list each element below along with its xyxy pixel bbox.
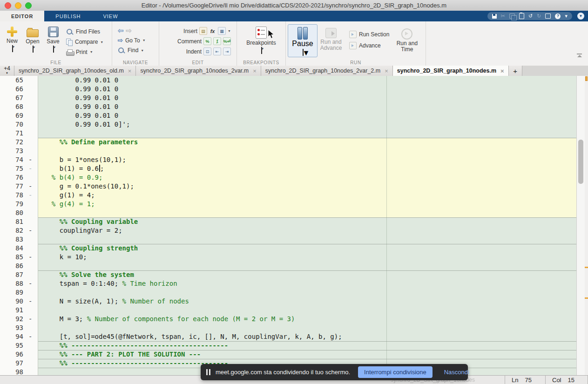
breakpoint-gutter[interactable]: [26, 350, 38, 359]
close-window-button[interactable]: [5, 2, 11, 9]
insert-image-icon[interactable]: ▦: [218, 27, 226, 35]
quick-access-dropdown-icon[interactable]: ▾: [565, 13, 568, 19]
save-button[interactable]: Save ▼: [43, 23, 63, 53]
collapse-ribbon-icon[interactable]: [576, 54, 582, 57]
breakpoint-gutter[interactable]: [26, 129, 38, 138]
breakpoint-gutter[interactable]: -: [26, 279, 38, 288]
code-line[interactable]: 95 %% ----------------------------------…: [0, 341, 577, 350]
breakpoint-gutter[interactable]: [26, 341, 38, 350]
code-line[interactable]: 65 0.99 0.01 0: [0, 76, 577, 85]
code-line[interactable]: 94- [t, sol]=ode45(@fNetwork, tspan, ic,…: [0, 332, 577, 341]
code-line[interactable]: 96 %% --- PART 2: PLOT THE SOLUTION ---: [0, 350, 577, 359]
code-line[interactable]: 70 0.99 0.01 0]';: [0, 120, 577, 129]
breakpoint-gutter[interactable]: -: [26, 332, 38, 341]
run-section-button[interactable]: Run Section: [349, 31, 389, 38]
close-tab-icon[interactable]: ×: [253, 68, 257, 74]
close-tab-icon[interactable]: ×: [128, 68, 132, 74]
breakpoint-gutter[interactable]: -: [26, 164, 38, 173]
scrollbar-thumb[interactable]: [578, 140, 583, 184]
code-line[interactable]: 68 0.99 0.01 0: [0, 102, 577, 111]
breakpoint-gutter[interactable]: [26, 76, 38, 85]
breakpoint-gutter[interactable]: [26, 209, 38, 217]
code-analyzer-indicator[interactable]: [585, 76, 588, 81]
smart-indent-icon[interactable]: ⊡: [203, 47, 211, 55]
code-editor[interactable]: 65 0.99 0.01 066 0.99 0.01 067 0.99 0.01…: [0, 76, 588, 376]
close-tab-icon[interactable]: ×: [500, 68, 504, 74]
new-tab-button[interactable]: +: [509, 66, 522, 76]
code-line[interactable]: 66 0.99 0.01 0: [0, 85, 577, 94]
breakpoint-gutter[interactable]: [26, 147, 38, 155]
breakpoint-gutter[interactable]: [26, 173, 38, 182]
save-icon[interactable]: [492, 14, 497, 19]
minimize-window-button[interactable]: [15, 2, 21, 9]
breakpoint-gutter[interactable]: -: [26, 182, 38, 191]
forward-icon[interactable]: ⇨: [126, 27, 132, 34]
breakpoint-gutter[interactable]: [26, 244, 38, 253]
insert-section-icon[interactable]: ▤: [199, 27, 207, 35]
indent-left-icon[interactable]: ⇤: [213, 47, 221, 55]
code-line[interactable]: 80: [0, 209, 577, 217]
find-button[interactable]: Find ▼: [118, 47, 146, 54]
insert-function-icon[interactable]: fx: [209, 27, 216, 34]
back-icon[interactable]: ⇦: [118, 27, 124, 34]
find-files-button[interactable]: Find Files: [66, 28, 103, 35]
breakpoint-gutter[interactable]: -: [26, 155, 38, 164]
tab-publish[interactable]: PUBLISH: [44, 11, 92, 21]
warning-marker[interactable]: [585, 297, 588, 299]
code-line[interactable]: 75- b(1) = 0.6;: [0, 164, 577, 173]
breakpoints-button[interactable]: Breakpoints ▼: [243, 23, 280, 54]
doc-tab[interactable]: synchro_2D_SIR_graph_10nodes.m×: [393, 66, 509, 76]
breakpoint-gutter[interactable]: [26, 138, 38, 147]
breakpoint-gutter[interactable]: -: [26, 315, 38, 323]
code-line[interactable]: 72 %% Define parameters: [0, 138, 577, 147]
new-button[interactable]: New ▼: [2, 23, 22, 52]
code-line[interactable]: 73: [0, 147, 577, 155]
breakpoint-gutter[interactable]: [26, 120, 38, 129]
doc-tab[interactable]: synchro_2D_SIR_graph_10nodes_old.m×: [14, 66, 136, 76]
breakpoint-gutter[interactable]: [26, 217, 38, 226]
breakpoint-gutter[interactable]: [26, 306, 38, 315]
code-line[interactable]: 81 %% Coupling variable: [0, 217, 577, 226]
cut-icon[interactable]: ✂: [501, 13, 505, 19]
run-and-time-button[interactable]: Run andTime: [394, 23, 420, 53]
print-button[interactable]: Print ▼: [66, 48, 103, 55]
undo-icon[interactable]: ↺: [528, 13, 533, 19]
breakpoint-gutter[interactable]: -: [26, 191, 38, 200]
hide-popup-button[interactable]: Nascondi: [444, 369, 469, 376]
code-line[interactable]: 91: [0, 306, 577, 315]
breakpoint-gutter[interactable]: [26, 368, 38, 376]
code-line[interactable]: 78- g(1) = 4;: [0, 191, 577, 200]
code-line[interactable]: 90- N = size(A, 1); % Number of nodes: [0, 297, 577, 306]
code-line[interactable]: 69 0.99 0.01 0: [0, 111, 577, 120]
breakpoint-gutter[interactable]: [26, 270, 38, 279]
code-line[interactable]: 85- k = 10;: [0, 253, 577, 262]
breakpoint-gutter[interactable]: [26, 323, 38, 332]
code-line[interactable]: 83: [0, 235, 577, 244]
breakpoint-gutter[interactable]: [26, 111, 38, 120]
breakpoint-gutter[interactable]: [26, 200, 38, 209]
breakpoint-gutter[interactable]: [26, 262, 38, 270]
advance-button[interactable]: Advance: [349, 42, 389, 49]
warning-marker[interactable]: [585, 267, 588, 268]
code-line[interactable]: 87 %% Solve the system: [0, 270, 577, 279]
doc-tab[interactable]: synchro_2D_SIR_graph_10nodes_2var_2.m×: [261, 66, 393, 76]
run-and-advance-button[interactable]: Run andAdvance: [318, 23, 345, 51]
vertical-scrollbar[interactable]: [576, 76, 585, 376]
breakpoint-gutter[interactable]: [26, 85, 38, 94]
paste-icon[interactable]: [519, 13, 524, 19]
code-line[interactable]: 67 0.99 0.01 0: [0, 94, 577, 102]
breakpoint-gutter[interactable]: [26, 102, 38, 111]
code-line[interactable]: 74- b = 1*ones(10,1);: [0, 155, 577, 164]
breakpoint-gutter[interactable]: [26, 94, 38, 102]
code-line[interactable]: 88- tspan = 0:1:40; % Time horizon: [0, 279, 577, 288]
tab-overflow-button[interactable]: +4 ▼: [0, 66, 14, 76]
redo-icon[interactable]: ↻: [537, 13, 541, 19]
code-line[interactable]: 89: [0, 288, 577, 297]
pause-button[interactable]: Pause ▼: [288, 24, 318, 57]
tab-view[interactable]: VIEW: [92, 11, 129, 21]
toolbar-options-icon[interactable]: ▼: [577, 13, 584, 20]
code-line[interactable]: 92- M = 3; % Number of components for ea…: [0, 315, 577, 323]
code-line[interactable]: 79 % g(4) = 1;: [0, 200, 577, 209]
code-line[interactable]: 71: [0, 129, 577, 138]
breakpoint-gutter[interactable]: [26, 359, 38, 368]
